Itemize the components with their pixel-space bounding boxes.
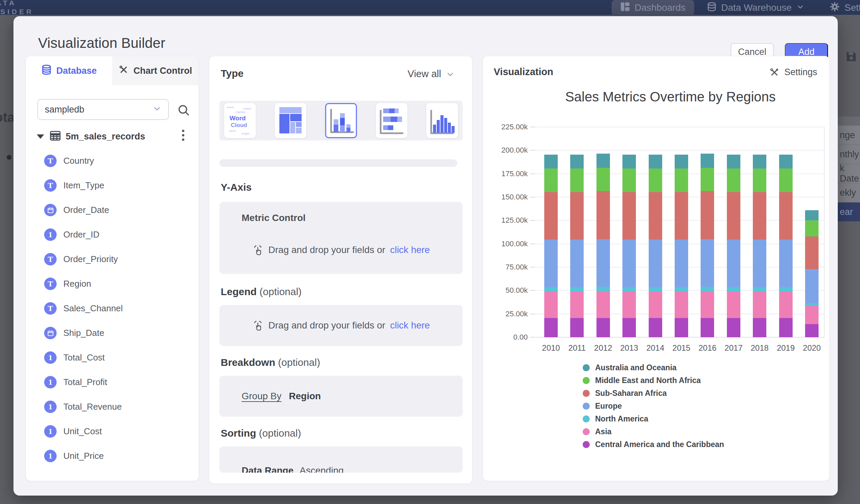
bar-segment[interactable] — [622, 287, 636, 291]
field-item-country[interactable]: TCountry — [26, 148, 199, 173]
field-item-sales_channel[interactable]: TSales_Channel — [26, 296, 199, 321]
click-here-link[interactable]: click here — [390, 320, 430, 331]
legend-item[interactable]: Sub-Saharan Africa — [583, 387, 724, 400]
field-item-order_priority[interactable]: TOrder_Priority — [26, 247, 199, 272]
bar-segment[interactable] — [701, 239, 714, 287]
bar-segment[interactable] — [622, 291, 636, 318]
bar-segment[interactable] — [779, 192, 793, 240]
bar-segment[interactable] — [649, 318, 662, 337]
bar-2019[interactable] — [779, 155, 793, 337]
field-item-total_profit[interactable]: 1Total_Profit — [26, 370, 199, 394]
bar-segment[interactable] — [622, 240, 636, 287]
bar-segment[interactable] — [675, 192, 688, 240]
bar-segment[interactable] — [727, 192, 740, 240]
bar-segment[interactable] — [727, 240, 740, 287]
bar-segment[interactable] — [544, 291, 558, 318]
bar-segment[interactable] — [805, 220, 819, 236]
bar-segment[interactable] — [727, 287, 740, 291]
bar-segment[interactable] — [597, 287, 610, 291]
bar-segment[interactable] — [805, 269, 819, 303]
legend-item[interactable]: Central America and the Caribbean — [583, 438, 724, 451]
bar-segment[interactable] — [779, 318, 793, 337]
group-by-link[interactable]: Group By — [242, 391, 282, 402]
bar-segment[interactable] — [649, 192, 662, 240]
bar-segment[interactable] — [570, 291, 584, 318]
bar-segment[interactable] — [544, 318, 558, 337]
bar-segment[interactable] — [597, 168, 610, 191]
bar-2014[interactable] — [649, 155, 662, 337]
bar-segment[interactable] — [701, 168, 714, 191]
database-select[interactable]: sampledb — [38, 99, 169, 120]
bar-segment[interactable] — [622, 155, 636, 169]
bar-segment[interactable] — [779, 287, 793, 291]
metric-control-dropzone[interactable]: Metric Control Drag and drop your fields… — [219, 202, 463, 274]
chart-type-stacked-column-selected[interactable] — [325, 103, 357, 138]
chart-type-stacked-bar[interactable] — [376, 103, 407, 138]
field-item-item_type[interactable]: TItem_Type — [26, 173, 199, 198]
bar-segment[interactable] — [597, 291, 610, 318]
bar-2010[interactable] — [544, 155, 558, 337]
bar-segment[interactable] — [649, 155, 662, 169]
bar-segment[interactable] — [649, 169, 662, 192]
bar-segment[interactable] — [597, 154, 610, 168]
bar-segment[interactable] — [544, 155, 558, 169]
bar-segment[interactable] — [701, 154, 714, 168]
sorting-dropzone[interactable]: Data Range Ascending — [219, 446, 463, 473]
bar-segment[interactable] — [649, 291, 662, 318]
bar-segment[interactable] — [570, 318, 584, 337]
field-item-order_id[interactable]: 1Order_ID — [26, 222, 199, 247]
bar-segment[interactable] — [649, 240, 662, 287]
bar-segment[interactable] — [779, 169, 793, 192]
bar-segment[interactable] — [779, 155, 793, 169]
bar-segment[interactable] — [622, 192, 636, 240]
bar-2013[interactable] — [622, 155, 636, 337]
bar-segment[interactable] — [753, 240, 766, 287]
bar-2016[interactable] — [701, 154, 714, 337]
bar-segment[interactable] — [701, 318, 714, 337]
bar-2015[interactable] — [675, 155, 688, 337]
bar-segment[interactable] — [675, 291, 688, 318]
bar-segment[interactable] — [701, 191, 714, 239]
legend-item[interactable]: Middle East and North Africa — [583, 374, 724, 387]
bar-2012[interactable] — [597, 154, 610, 337]
bar-segment[interactable] — [753, 155, 766, 169]
nav-item-dashboards[interactable]: Dashboards — [612, 0, 694, 15]
bar-segment[interactable] — [570, 155, 584, 169]
tab-chart-control[interactable]: Chart Control — [112, 56, 199, 85]
field-item-unit_price[interactable]: 1Unit_Price — [26, 444, 199, 468]
bar-segment[interactable] — [649, 287, 662, 291]
bar-segment[interactable] — [727, 155, 740, 169]
nav-item-settings[interactable]: Settings — [830, 0, 860, 15]
bar-segment[interactable] — [805, 210, 819, 221]
chart-types-scrollbar[interactable] — [219, 159, 457, 167]
bar-segment[interactable] — [675, 318, 688, 337]
bar-segment[interactable] — [622, 318, 636, 337]
view-all-dropdown[interactable]: View all — [408, 68, 455, 80]
legend-item[interactable]: Europe — [583, 400, 724, 412]
legend-dropzone[interactable]: Drag and drop your fields or click here — [219, 305, 463, 346]
bar-segment[interactable] — [727, 291, 740, 318]
bar-segment[interactable] — [675, 240, 688, 287]
bar-segment[interactable] — [805, 236, 819, 269]
caret-down-icon[interactable] — [37, 134, 44, 139]
bar-segment[interactable] — [675, 169, 688, 192]
bar-segment[interactable] — [675, 287, 688, 291]
bar-segment[interactable] — [597, 239, 610, 287]
field-item-order_date[interactable]: Order_Date — [26, 198, 199, 222]
bar-segment[interactable] — [779, 240, 793, 287]
bar-segment[interactable] — [753, 169, 766, 192]
legend-item[interactable]: Australia and Oceania — [583, 361, 724, 374]
field-item-total_revenue[interactable]: 1Total_Revenue — [26, 394, 199, 419]
bar-segment[interactable] — [805, 303, 819, 306]
bar-2011[interactable] — [570, 155, 584, 337]
bar-segment[interactable] — [622, 169, 636, 192]
bar-segment[interactable] — [727, 169, 740, 192]
bar-segment[interactable] — [544, 169, 558, 192]
chart-type-word-cloud[interactable]: invest market bigdata Word Cloud report … — [224, 103, 256, 138]
bar-segment[interactable] — [570, 169, 584, 192]
field-item-unit_cost[interactable]: 1Unit_Cost — [26, 419, 199, 444]
bar-segment[interactable] — [675, 155, 688, 169]
bar-segment[interactable] — [570, 192, 584, 240]
click-here-link[interactable]: click here — [390, 245, 430, 255]
bar-segment[interactable] — [701, 287, 714, 291]
